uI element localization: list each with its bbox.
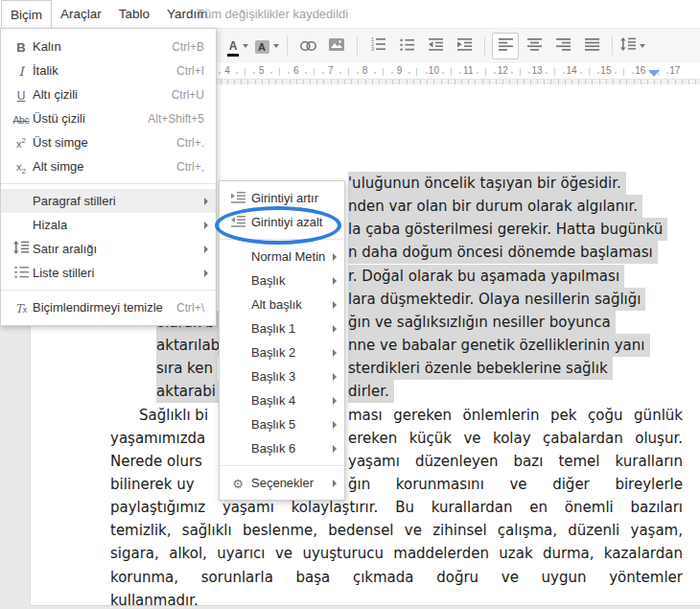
menu-item-normal-metin[interactable]: Normal Metin [220, 245, 344, 269]
menu-item-st-izili[interactable]: AbcÜstü çiziliAlt+Shift+5 [1, 106, 216, 130]
dropdown-caret-icon [243, 44, 248, 48]
ruler-dot [408, 72, 410, 74]
menu-item-shortcut: Ctrl+, [176, 160, 204, 174]
insert-image-icon [329, 37, 344, 55]
ruler-dot [357, 72, 359, 74]
submenu-arrow-icon [204, 198, 208, 205]
menu-item-se-enekler[interactable]: ⚙Seçenekler [220, 471, 344, 495]
ruler-tick [520, 68, 521, 76]
ruler-dot [528, 72, 530, 74]
menubar-items: BiçimAraçlarTabloYardım [0, 0, 700, 28]
text-color-icon: A [227, 36, 240, 57]
list-styles-icon [10, 265, 33, 282]
bulleted-list-button[interactable] [393, 33, 420, 59]
numbered-list-button[interactable]: 123 [364, 33, 391, 59]
insert-link-button[interactable] [294, 33, 321, 59]
menu-item-i-talik[interactable]: IİtalikCtrl+I [1, 59, 216, 82]
menu-item-liste-stilleri[interactable]: Liste stilleri [1, 261, 216, 285]
strikethrough-icon: Abc [10, 110, 33, 128]
ruler-dot [270, 72, 272, 74]
line-spacing-button[interactable] [619, 33, 646, 59]
ruler-tick [451, 68, 452, 76]
ruler-dot [563, 72, 565, 74]
menu-item-st-simge[interactable]: x2Üst simgeCtrl+. [1, 130, 216, 154]
bold-icon: B [10, 38, 33, 56]
submenu-arrow-icon [333, 373, 337, 381]
insert-image-button[interactable] [323, 33, 350, 59]
menubar-item-tablo[interactable]: Tablo [110, 0, 158, 28]
ruler-dot [219, 72, 221, 74]
highlight-color-button[interactable]: A [253, 33, 280, 59]
ruler-number: 14 [566, 65, 576, 76]
menu-item-ba-l-k-3[interactable]: Başlık 3 [220, 364, 344, 388]
menu-item-label: Başlık [251, 273, 333, 288]
menu-item-ba-l-k-1[interactable]: Başlık 1 [220, 316, 344, 340]
submenu-arrow-icon [333, 421, 337, 429]
subscript-icon: x2 [10, 157, 33, 176]
menu-item-hizala[interactable]: Hizala [1, 213, 216, 237]
submenu-arrow-icon [333, 301, 337, 309]
menubar-item-araclar[interactable]: Araçlar [52, 0, 110, 28]
ruler-number: 6 [293, 65, 299, 76]
ruler-tick [279, 68, 280, 76]
menu-item-ba-l-k-4[interactable]: Başlık 4 [220, 388, 344, 412]
decrease-indent-icon [429, 37, 443, 55]
align-right-button[interactable] [549, 33, 576, 59]
ruler-dot [632, 72, 634, 74]
menu-item-bi-imlendirmeyi-temizle[interactable]: TxBiçimlendirmeyi temizleCtrl+\ [1, 295, 216, 319]
ruler-tick [485, 68, 486, 76]
menubar-item-bicim[interactable]: Biçim [1, 0, 52, 30]
ruler-number: 11 [463, 65, 473, 76]
ruler-dot [511, 72, 513, 74]
menu-item-label: Başlık 4 [251, 393, 333, 408]
menu-item-ba-l-k-2[interactable]: Başlık 2 [220, 340, 344, 364]
ruler-indent-marker[interactable] [648, 70, 660, 77]
align-center-button[interactable] [521, 33, 548, 59]
menu-item-ba-l-k-6[interactable]: Başlık 6 [220, 436, 344, 460]
decrease-indent-button[interactable] [422, 33, 449, 59]
menu-item-kal-n[interactable]: BKalınCtrl+B [1, 35, 216, 59]
text-color-button[interactable]: A [224, 33, 251, 59]
menu-item-label: Seçenekler [251, 476, 333, 490]
ruler-dot [426, 72, 428, 74]
menu-separator [1, 290, 216, 291]
menu-item-label: Hizala [33, 218, 204, 232]
increase-indent-button[interactable] [451, 33, 478, 59]
menu-item-alt-ba-l-k[interactable]: Alt başlık [220, 293, 344, 316]
menu-item-alt-izili[interactable]: UAltı çiziliCtrl+U [1, 82, 216, 106]
menu-item-ba-l-k[interactable]: Başlık [220, 269, 344, 293]
menubar: BiçimAraçlarTabloYardım Tüm değişiklikle… [0, 0, 700, 28]
menu-item-label: Alt simge [33, 159, 165, 174]
menu-item-label: Kalın [33, 39, 160, 54]
toolbar-separator [287, 36, 288, 56]
menu-item-label: Liste stilleri [33, 266, 204, 280]
ruler-dot [442, 72, 444, 74]
ruler-number: 9 [397, 65, 403, 76]
align-justify-button[interactable] [578, 33, 605, 59]
menu-item-paragraf-stilleri[interactable]: Paragraf stilleri [1, 189, 216, 213]
line-spacing-icon [620, 37, 636, 55]
ruler-tick [245, 68, 245, 76]
menu-item-shortcut: Ctrl+B [172, 40, 204, 54]
ruler-dot [322, 72, 324, 74]
menu-item-ba-l-k-5[interactable]: Başlık 5 [220, 412, 344, 436]
ruler-dot [253, 72, 255, 74]
menu-item-shortcut: Alt+Shift+5 [148, 112, 204, 126]
ruler-number: 5 [259, 65, 265, 76]
align-left-icon [499, 37, 513, 55]
align-left-button[interactable] [492, 33, 519, 59]
superscript-icon: x2 [10, 134, 33, 152]
menu-item-label: Satır aralığı [33, 242, 204, 256]
submenu-arrow-icon [204, 269, 208, 277]
menu-item-label: Başlık 1 [251, 321, 333, 336]
ruler-number: 13 [532, 65, 543, 76]
menu-item-sat-r-aral[interactable]: Satır aralığı [1, 237, 216, 261]
submenu-arrow-icon [204, 246, 208, 253]
menu-item-shortcut: Ctrl+U [172, 88, 204, 102]
ruler-dot [391, 72, 393, 74]
ruler-tick [623, 68, 624, 76]
ruler-number: 7 [328, 65, 334, 76]
ruler-dot [477, 72, 478, 74]
ruler-number: 10 [429, 65, 439, 76]
menu-item-alt-simge[interactable]: x2Alt simgeCtrl+, [1, 154, 216, 178]
